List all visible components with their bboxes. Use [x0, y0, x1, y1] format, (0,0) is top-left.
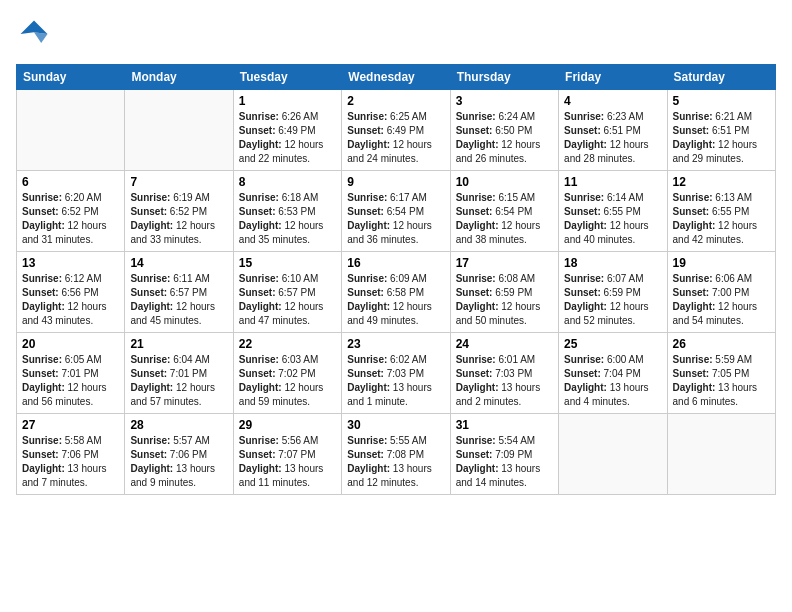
day-info: Sunrise: 6:19 AMSunset: 6:52 PMDaylight:… — [130, 191, 227, 247]
daylight-label: Daylight: 13 hours and 11 minutes. — [239, 463, 323, 488]
day-number: 26 — [673, 337, 770, 351]
sunrise-label: Sunrise: 6:03 AM — [239, 354, 318, 365]
calendar-cell — [559, 414, 667, 495]
sunrise-label: Sunrise: 5:58 AM — [22, 435, 101, 446]
daylight-label: Daylight: 12 hours and 33 minutes. — [130, 220, 214, 245]
day-info: Sunrise: 6:04 AMSunset: 7:01 PMDaylight:… — [130, 353, 227, 409]
day-number: 14 — [130, 256, 227, 270]
day-number: 25 — [564, 337, 661, 351]
sunrise-label: Sunrise: 5:54 AM — [456, 435, 535, 446]
day-info: Sunrise: 6:24 AMSunset: 6:50 PMDaylight:… — [456, 110, 553, 166]
sunset-label: Sunset: 7:07 PM — [239, 449, 316, 460]
day-info: Sunrise: 6:09 AMSunset: 6:58 PMDaylight:… — [347, 272, 444, 328]
weekday-header-thursday: Thursday — [450, 65, 558, 90]
sunset-label: Sunset: 6:54 PM — [347, 206, 424, 217]
day-number: 19 — [673, 256, 770, 270]
daylight-label: Daylight: 13 hours and 6 minutes. — [673, 382, 757, 407]
sunset-label: Sunset: 6:55 PM — [564, 206, 641, 217]
sunset-label: Sunset: 6:52 PM — [22, 206, 99, 217]
day-info: Sunrise: 6:08 AMSunset: 6:59 PMDaylight:… — [456, 272, 553, 328]
sunrise-label: Sunrise: 6:20 AM — [22, 192, 101, 203]
calendar-cell: 13Sunrise: 6:12 AMSunset: 6:56 PMDayligh… — [17, 252, 125, 333]
day-number: 20 — [22, 337, 119, 351]
daylight-label: Daylight: 12 hours and 54 minutes. — [673, 301, 757, 326]
sunset-label: Sunset: 7:02 PM — [239, 368, 316, 379]
sunrise-label: Sunrise: 6:18 AM — [239, 192, 318, 203]
sunset-label: Sunset: 6:55 PM — [673, 206, 750, 217]
day-info: Sunrise: 6:10 AMSunset: 6:57 PMDaylight:… — [239, 272, 336, 328]
calendar-cell: 29Sunrise: 5:56 AMSunset: 7:07 PMDayligh… — [233, 414, 341, 495]
day-number: 11 — [564, 175, 661, 189]
sunrise-label: Sunrise: 6:02 AM — [347, 354, 426, 365]
daylight-label: Daylight: 12 hours and 28 minutes. — [564, 139, 648, 164]
day-number: 3 — [456, 94, 553, 108]
day-number: 8 — [239, 175, 336, 189]
daylight-label: Daylight: 12 hours and 45 minutes. — [130, 301, 214, 326]
sunrise-label: Sunrise: 6:17 AM — [347, 192, 426, 203]
sunset-label: Sunset: 6:50 PM — [456, 125, 533, 136]
sunset-label: Sunset: 6:52 PM — [130, 206, 207, 217]
daylight-label: Daylight: 13 hours and 12 minutes. — [347, 463, 431, 488]
daylight-label: Daylight: 12 hours and 31 minutes. — [22, 220, 106, 245]
daylight-label: Daylight: 12 hours and 52 minutes. — [564, 301, 648, 326]
sunset-label: Sunset: 6:51 PM — [564, 125, 641, 136]
daylight-label: Daylight: 12 hours and 56 minutes. — [22, 382, 106, 407]
calendar-week-2: 6Sunrise: 6:20 AMSunset: 6:52 PMDaylight… — [17, 171, 776, 252]
day-info: Sunrise: 6:05 AMSunset: 7:01 PMDaylight:… — [22, 353, 119, 409]
calendar-cell: 28Sunrise: 5:57 AMSunset: 7:06 PMDayligh… — [125, 414, 233, 495]
calendar-cell: 14Sunrise: 6:11 AMSunset: 6:57 PMDayligh… — [125, 252, 233, 333]
sunset-label: Sunset: 7:01 PM — [22, 368, 99, 379]
calendar-cell — [125, 90, 233, 171]
day-info: Sunrise: 6:03 AMSunset: 7:02 PMDaylight:… — [239, 353, 336, 409]
sunrise-label: Sunrise: 6:12 AM — [22, 273, 101, 284]
daylight-label: Daylight: 12 hours and 35 minutes. — [239, 220, 323, 245]
day-number: 24 — [456, 337, 553, 351]
day-info: Sunrise: 6:25 AMSunset: 6:49 PMDaylight:… — [347, 110, 444, 166]
daylight-label: Daylight: 13 hours and 9 minutes. — [130, 463, 214, 488]
sunset-label: Sunset: 6:49 PM — [239, 125, 316, 136]
day-info: Sunrise: 6:17 AMSunset: 6:54 PMDaylight:… — [347, 191, 444, 247]
sunset-label: Sunset: 6:58 PM — [347, 287, 424, 298]
day-number: 9 — [347, 175, 444, 189]
calendar-week-5: 27Sunrise: 5:58 AMSunset: 7:06 PMDayligh… — [17, 414, 776, 495]
svg-marker-0 — [21, 21, 48, 35]
calendar-cell: 16Sunrise: 6:09 AMSunset: 6:58 PMDayligh… — [342, 252, 450, 333]
daylight-label: Daylight: 13 hours and 1 minute. — [347, 382, 431, 407]
weekday-header-friday: Friday — [559, 65, 667, 90]
sunset-label: Sunset: 7:06 PM — [130, 449, 207, 460]
calendar-cell: 24Sunrise: 6:01 AMSunset: 7:03 PMDayligh… — [450, 333, 558, 414]
day-info: Sunrise: 5:55 AMSunset: 7:08 PMDaylight:… — [347, 434, 444, 490]
sunset-label: Sunset: 6:56 PM — [22, 287, 99, 298]
daylight-label: Daylight: 12 hours and 38 minutes. — [456, 220, 540, 245]
weekday-header-tuesday: Tuesday — [233, 65, 341, 90]
daylight-label: Daylight: 12 hours and 43 minutes. — [22, 301, 106, 326]
day-number: 18 — [564, 256, 661, 270]
sunrise-label: Sunrise: 6:08 AM — [456, 273, 535, 284]
daylight-label: Daylight: 12 hours and 57 minutes. — [130, 382, 214, 407]
weekday-header-sunday: Sunday — [17, 65, 125, 90]
day-number: 29 — [239, 418, 336, 432]
sunrise-label: Sunrise: 5:56 AM — [239, 435, 318, 446]
sunrise-label: Sunrise: 6:23 AM — [564, 111, 643, 122]
day-number: 30 — [347, 418, 444, 432]
day-info: Sunrise: 5:57 AMSunset: 7:06 PMDaylight:… — [130, 434, 227, 490]
sunset-label: Sunset: 6:59 PM — [456, 287, 533, 298]
calendar-cell: 9Sunrise: 6:17 AMSunset: 6:54 PMDaylight… — [342, 171, 450, 252]
day-info: Sunrise: 6:18 AMSunset: 6:53 PMDaylight:… — [239, 191, 336, 247]
sunrise-label: Sunrise: 6:15 AM — [456, 192, 535, 203]
daylight-label: Daylight: 12 hours and 36 minutes. — [347, 220, 431, 245]
sunrise-label: Sunrise: 6:05 AM — [22, 354, 101, 365]
daylight-label: Daylight: 12 hours and 29 minutes. — [673, 139, 757, 164]
sunrise-label: Sunrise: 6:10 AM — [239, 273, 318, 284]
day-info: Sunrise: 5:54 AMSunset: 7:09 PMDaylight:… — [456, 434, 553, 490]
daylight-label: Daylight: 13 hours and 14 minutes. — [456, 463, 540, 488]
day-info: Sunrise: 6:21 AMSunset: 6:51 PMDaylight:… — [673, 110, 770, 166]
sunrise-label: Sunrise: 6:19 AM — [130, 192, 209, 203]
sunset-label: Sunset: 6:57 PM — [130, 287, 207, 298]
sunset-label: Sunset: 6:53 PM — [239, 206, 316, 217]
day-info: Sunrise: 6:15 AMSunset: 6:54 PMDaylight:… — [456, 191, 553, 247]
sunrise-label: Sunrise: 6:11 AM — [130, 273, 209, 284]
calendar-cell — [667, 414, 775, 495]
day-number: 16 — [347, 256, 444, 270]
sunrise-label: Sunrise: 6:14 AM — [564, 192, 643, 203]
